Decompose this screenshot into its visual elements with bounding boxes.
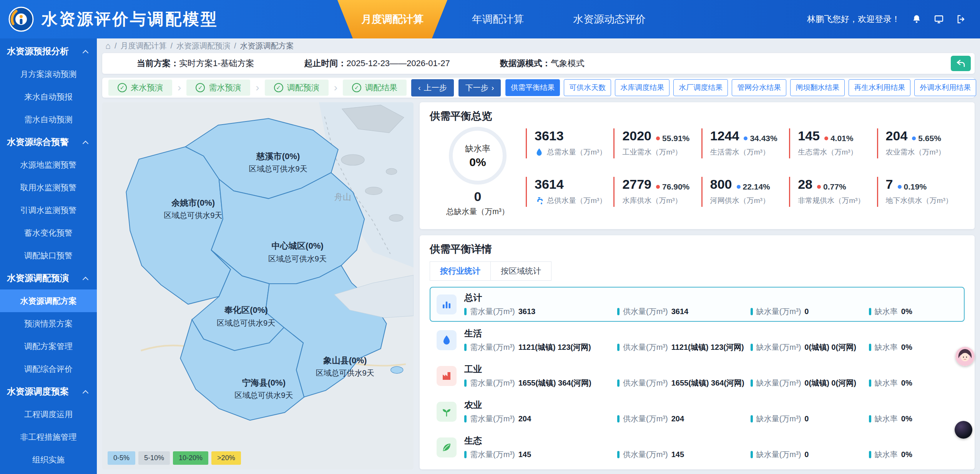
water-drop-icon	[535, 148, 544, 157]
pct-dot	[898, 185, 902, 189]
sidebar-item-intake-monitor-warning[interactable]: 取用水监测预警	[0, 176, 97, 199]
region-sublabel-xiangshan: 区域总可供水9天	[316, 369, 374, 377]
next-step-button[interactable]: 下一步 ›	[458, 79, 501, 96]
detail-row-agriculture[interactable]: 农业 需水量(万m³)204 供水量(万m³)204 缺水量(万m³)0 缺水率…	[430, 394, 965, 429]
breadcrumb-item[interactable]: 水资源调配预演	[176, 41, 230, 51]
sidebar-item-monthly-rolling-forecast[interactable]: 月方案滚动预测	[0, 63, 97, 85]
sidebar-item-comprehensive-evaluation[interactable]: 调配综合评价	[0, 358, 97, 380]
bell-icon[interactable]	[911, 13, 922, 25]
result-tab-reclaimed-water[interactable]: 再生水利用结果	[849, 79, 910, 96]
app-header: 水资源评价与调配模型 月度调配计算 年调配计算 水资源动态评价 林鹏飞您好，欢迎…	[0, 0, 980, 38]
step-allocation-rehearsal[interactable]: ✓ 调配预演	[265, 80, 329, 96]
stat-value: 7	[886, 177, 893, 192]
pct-dot	[744, 136, 747, 140]
detail-row-ecology[interactable]: 生态 需水量(万m³)145 供水量(万m³)145 缺水量(万m³)0 缺水率…	[430, 430, 965, 465]
breadcrumb-item[interactable]: 月度调配计算	[120, 41, 166, 51]
stat-value: 204	[886, 128, 908, 143]
sidebar-item-non-project-measures[interactable]: 非工程措施管理	[0, 426, 97, 448]
pct-dot	[656, 185, 660, 189]
island	[389, 215, 403, 221]
detail-row-industry[interactable]: 工业 需水量(万m³)1655(城镇) 364(河网) 供水量(万m³)1655…	[430, 358, 965, 393]
logout-icon[interactable]	[955, 13, 967, 25]
result-tab-supply-demand-balance[interactable]: 供需平衡结果	[505, 79, 560, 96]
stat-reservoir-supply: 277976.90% 水库供水（万m³）	[613, 177, 701, 207]
map-canvas[interactable]: 舟山 慈溪市(0%) 区域总可供水9天 余姚市(0%) 区域总可供水9天 中心城…	[102, 102, 414, 469]
metric-bar	[751, 379, 753, 387]
sidebar-item-inflow-auto-forecast[interactable]: 来水自动预报	[0, 85, 97, 108]
region-label-cixi: 慈溪市(0%)	[256, 151, 300, 161]
metric-value: 0%	[901, 414, 912, 423]
stat-value: 2020	[622, 128, 651, 143]
sidebar-item-allocation-gap-warning[interactable]: 调配缺口预警	[0, 244, 97, 267]
top-tab-dynamic-eval[interactable]: 水资源动态评价	[555, 0, 664, 38]
gauge-label: 缺水率	[465, 143, 490, 155]
sidebar-item-diversion-monitor-warning[interactable]: 引调水监测预警	[0, 199, 97, 221]
result-tab-pipe-network[interactable]: 管网分水结果	[732, 79, 786, 96]
sidebar-section-allocation-rehearsal[interactable]: 水资源调配预演	[0, 267, 97, 289]
chevron-up-icon	[83, 390, 89, 396]
gauge-value: 0%	[469, 156, 486, 169]
sidebar-item-source-monitor-warning[interactable]: 水源地监测预警	[0, 153, 97, 176]
stat-pct-text: 34.43%	[750, 134, 777, 143]
sidebar-section-label: 水资源调度预案	[7, 386, 69, 397]
sidebar-item-storage-change-warning[interactable]: 蓄水变化预警	[0, 221, 97, 244]
sidebar-item-scheme-management[interactable]: 调配方案管理	[0, 335, 97, 358]
metric-bar	[751, 415, 753, 422]
sidebar-section-dispatch-plan[interactable]: 水资源调度预案	[0, 380, 97, 403]
home-icon[interactable]: ⌂	[105, 41, 111, 51]
metric-label: 缺水量(万m³)	[756, 306, 801, 317]
top-tab-monthly[interactable]: 月度调配计算	[337, 0, 447, 38]
stat-pct-text: 0.77%	[823, 182, 846, 191]
result-tab-external-water[interactable]: 外调水利用结果	[914, 79, 976, 96]
step-inflow-rehearsal[interactable]: ✓ 来水预演	[108, 80, 172, 96]
detail-row-life[interactable]: 生活 需水量(万m³)1121(城镇) 123(河网) 供水量(万m³)1121…	[430, 323, 965, 358]
island	[341, 155, 364, 165]
sidebar-section-forecast[interactable]: 水资源预报分析	[0, 40, 97, 63]
metric-bar	[617, 451, 620, 458]
sidebar-section-warning[interactable]: 水资源综合预警	[0, 131, 97, 153]
stat-value: 3613	[535, 128, 564, 143]
region-label-xiangshan: 象山县(0%)	[323, 356, 367, 365]
result-tab-reservoir-dispatch[interactable]: 水库调度结果	[615, 79, 669, 96]
stat-label-text: 生态需水（万m³）	[798, 147, 857, 157]
row-title: 生态	[464, 435, 958, 447]
stat-pct-text: 22.14%	[743, 182, 770, 191]
region-sublabel-fenghua: 区域总可供水9天	[217, 319, 275, 327]
chevron-up-icon	[83, 141, 89, 147]
tab-by-region[interactable]: 按区域统计	[490, 261, 551, 281]
metric-value: 145	[518, 450, 531, 459]
result-tab-sluice-pumping[interactable]: 闸坝翻水结果	[790, 79, 845, 96]
time-range: 起止时间：2025-12-23——2026-01-27	[304, 58, 450, 69]
detail-row-total[interactable]: 总计 需水量(万m³)3613 供水量(万m³)3614 缺水量(万m³)0 缺…	[430, 287, 965, 322]
sidebar-item-organization-implementation[interactable]: 组织实施	[0, 448, 97, 471]
stat-groundwater-supply: 70.19% 地下水供水（万m³）	[877, 177, 965, 207]
step-allocation-result[interactable]: ✓ 调配结果	[343, 80, 407, 96]
total-shortage-label: 总缺水量（万m³）	[446, 206, 509, 217]
service-avatar[interactable]	[955, 347, 975, 366]
region-sublabel-cixi: 区域总可供水9天	[249, 165, 307, 173]
top-tab-yearly[interactable]: 年调配计算	[453, 0, 542, 38]
metric-label: 缺水量(万m³)	[756, 414, 801, 424]
sidebar-item-project-dispatch[interactable]: 工程调度运用	[0, 403, 97, 426]
sidebar-item-scenario-scheme[interactable]: 预演情景方案	[0, 312, 97, 335]
sidebar-item-allocation-scheme[interactable]: 水资源调配方案	[0, 289, 97, 312]
breadcrumb: ⌂ / 月度调配计算 / 水资源调配预演 / 水资源调配方案	[102, 38, 975, 53]
step-demand-rehearsal[interactable]: ✓ 需水预演	[186, 80, 250, 96]
metric-bar	[869, 379, 871, 387]
pct-dot	[656, 136, 660, 140]
sidebar-item-demand-auto-forecast[interactable]: 需水自动预测	[0, 108, 97, 131]
tab-by-industry[interactable]: 按行业统计	[430, 261, 490, 281]
return-button[interactable]	[951, 56, 971, 71]
shortage-gauge: 缺水率 0% 0 总缺水量（万m³）	[430, 127, 526, 217]
metric-value: 0	[804, 450, 809, 459]
metric-label: 供水量(万m³)	[623, 449, 668, 460]
globe-widget[interactable]	[955, 421, 972, 439]
fullscreen-icon[interactable]	[933, 13, 945, 25]
result-tab-available-days[interactable]: 可供水天数	[564, 79, 611, 96]
main-content: ⌂ / 月度调配计算 / 水资源调配预演 / 水资源调配方案 当前方案：实时方案…	[97, 38, 980, 474]
prev-step-button[interactable]: ‹ 上一步	[411, 79, 454, 96]
metric-value: 1655(城镇) 364(河网)	[671, 378, 744, 388]
metric-bar	[617, 415, 620, 422]
step-separator: ›	[178, 81, 181, 94]
result-tab-plant-dispatch[interactable]: 水厂调度结果	[673, 79, 728, 96]
